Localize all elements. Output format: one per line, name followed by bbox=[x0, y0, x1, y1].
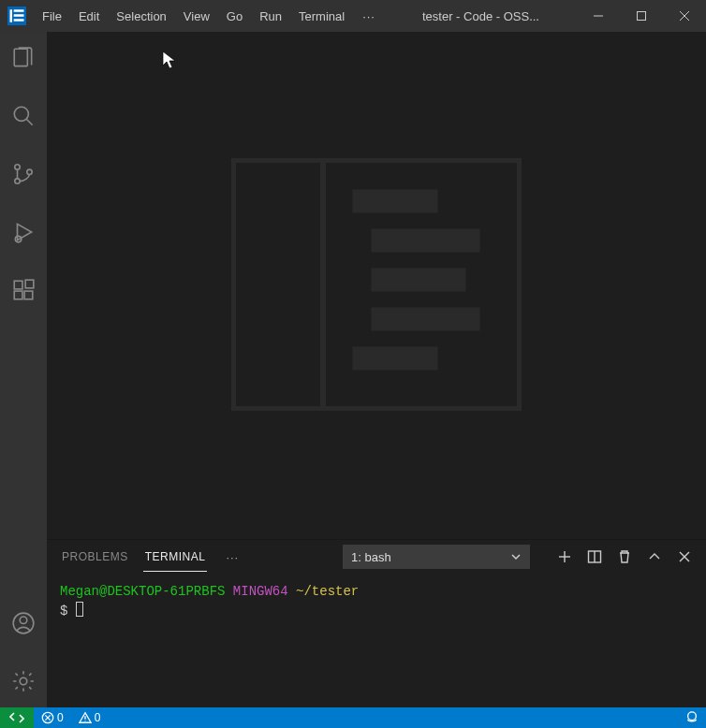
svg-rect-12 bbox=[14, 281, 22, 289]
minimize-button[interactable] bbox=[577, 0, 620, 32]
panel-tab-terminal[interactable]: TERMINAL bbox=[143, 543, 208, 572]
warning-icon bbox=[79, 711, 92, 724]
accounts-icon[interactable] bbox=[1, 604, 46, 642]
terminal-path: ~/tester bbox=[296, 584, 359, 599]
source-control-icon[interactable] bbox=[1, 155, 46, 193]
panel-header: PROBLEMS TERMINAL ··· 1: bash bbox=[47, 540, 706, 574]
svg-rect-15 bbox=[25, 280, 34, 288]
kill-terminal-button[interactable] bbox=[616, 548, 633, 565]
status-feedback-icon[interactable] bbox=[678, 711, 706, 724]
terminal-select-label: 1: bash bbox=[351, 550, 391, 564]
new-terminal-button[interactable] bbox=[556, 548, 573, 565]
svg-point-18 bbox=[20, 677, 27, 685]
menu-go[interactable]: Go bbox=[218, 3, 251, 30]
terminal-body[interactable]: Megan@DESKTOP-61PRBFS MINGW64 ~/tester $ bbox=[47, 574, 706, 707]
menu-run[interactable]: Run bbox=[251, 3, 290, 30]
editor-empty-state bbox=[47, 32, 706, 539]
menu-file[interactable]: File bbox=[34, 3, 70, 30]
title-bar: File Edit Selection View Go Run Terminal… bbox=[0, 0, 706, 32]
svg-rect-1 bbox=[638, 12, 646, 21]
svg-line-6 bbox=[26, 119, 33, 125]
remote-button[interactable] bbox=[0, 707, 34, 728]
svg-rect-23 bbox=[372, 269, 465, 291]
bottom-panel: PROBLEMS TERMINAL ··· 1: bash bbox=[47, 539, 706, 707]
extensions-icon[interactable] bbox=[1, 271, 46, 309]
window-controls bbox=[577, 0, 706, 32]
activity-bar bbox=[0, 32, 47, 707]
run-debug-icon[interactable] bbox=[1, 213, 46, 251]
svg-rect-20 bbox=[233, 160, 323, 409]
main-area: PROBLEMS TERMINAL ··· 1: bash bbox=[0, 32, 706, 707]
app-icon bbox=[7, 7, 26, 25]
warning-count: 0 bbox=[95, 711, 101, 724]
terminal-cursor bbox=[76, 602, 83, 617]
error-count: 0 bbox=[57, 711, 64, 724]
svg-rect-24 bbox=[372, 308, 479, 330]
panel-tab-overflow[interactable]: ··· bbox=[220, 550, 244, 564]
terminal-select[interactable]: 1: bash bbox=[343, 545, 530, 569]
settings-gear-icon[interactable] bbox=[1, 662, 46, 700]
svg-point-9 bbox=[27, 169, 32, 174]
terminal-user: Megan@DESKTOP-61PRBFS bbox=[60, 584, 225, 599]
svg-rect-13 bbox=[14, 291, 22, 299]
terminal-env: MINGW64 bbox=[233, 584, 288, 599]
explorer-icon[interactable] bbox=[1, 39, 46, 77]
svg-rect-14 bbox=[24, 291, 33, 299]
menu-edit[interactable]: Edit bbox=[70, 3, 108, 30]
svg-point-5 bbox=[14, 107, 28, 121]
menu-view[interactable]: View bbox=[175, 3, 218, 30]
terminal-prompt: $ bbox=[60, 604, 67, 619]
error-icon bbox=[41, 711, 54, 724]
split-terminal-button[interactable] bbox=[586, 548, 603, 565]
panel-tab-problems[interactable]: PROBLEMS bbox=[60, 543, 130, 571]
svg-rect-4 bbox=[14, 49, 27, 66]
svg-point-7 bbox=[15, 165, 20, 169]
status-errors[interactable]: 0 bbox=[34, 711, 71, 724]
editor-watermark-icon bbox=[231, 158, 522, 414]
svg-rect-25 bbox=[353, 347, 437, 370]
editor-container: PROBLEMS TERMINAL ··· 1: bash bbox=[47, 32, 706, 707]
svg-rect-22 bbox=[372, 229, 479, 252]
svg-marker-10 bbox=[18, 224, 32, 240]
menu-terminal[interactable]: Terminal bbox=[290, 3, 353, 30]
menu-overflow[interactable]: ··· bbox=[353, 3, 385, 30]
menu-selection[interactable]: Selection bbox=[108, 3, 174, 30]
window-title: tester - Code - OSS... bbox=[385, 9, 577, 23]
close-panel-button[interactable] bbox=[676, 548, 693, 565]
maximize-panel-button[interactable] bbox=[646, 548, 663, 565]
svg-point-37 bbox=[688, 712, 697, 721]
status-warnings[interactable]: 0 bbox=[71, 711, 109, 724]
status-bar: 0 0 bbox=[0, 707, 706, 728]
search-icon[interactable] bbox=[1, 97, 46, 135]
svg-point-8 bbox=[15, 179, 20, 183]
svg-point-17 bbox=[20, 617, 27, 624]
close-button[interactable] bbox=[663, 0, 706, 32]
maximize-button[interactable] bbox=[620, 0, 663, 32]
menu-bar: File Edit Selection View Go Run Terminal… bbox=[34, 3, 385, 30]
chevron-down-icon bbox=[510, 551, 522, 562]
svg-rect-21 bbox=[353, 190, 437, 212]
